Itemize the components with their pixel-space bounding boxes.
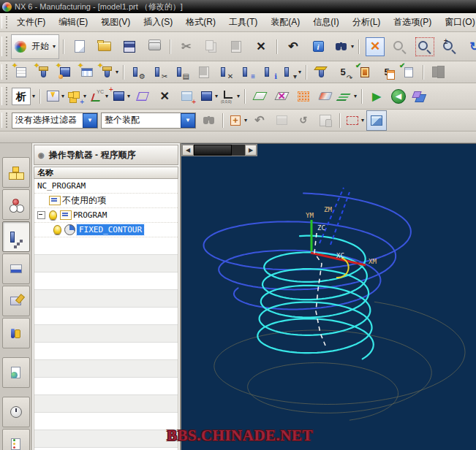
sheet-body-button[interactable] (315, 86, 336, 107)
postprocess-button[interactable]: 5↷ (333, 62, 353, 83)
menu-information[interactable]: 信息(I) (306, 14, 345, 31)
menu-preferences[interactable]: 首选项(P) (387, 14, 438, 31)
fit-view-button[interactable]: ✕ (363, 34, 387, 59)
new-file-button[interactable] (68, 34, 91, 59)
view-orient-button[interactable] (410, 86, 431, 107)
scroll-thumb[interactable] (194, 145, 232, 156)
print-button[interactable] (143, 34, 166, 59)
check-document-button[interactable]: ✔ (398, 62, 419, 83)
palettes-tab[interactable] (2, 429, 30, 450)
delete-geometry-button[interactable]: ✕ (154, 86, 175, 107)
navigator-column-header[interactable]: 名称 (34, 167, 178, 179)
menu-edit[interactable]: 编辑(E) (52, 14, 94, 31)
scroll-right-arrow[interactable]: ▶ (245, 145, 257, 156)
collapse-expander-icon[interactable] (37, 211, 45, 219)
paste-object-button[interactable] (194, 62, 214, 83)
object-display-button[interactable]: ▾▾ (282, 62, 302, 83)
chevron-down-icon[interactable]: ▼ (181, 113, 195, 128)
verify-toolpath-button[interactable]: ✔ (355, 62, 375, 83)
selection-scope-combo[interactable]: 整个装配 ▼ (101, 113, 196, 129)
menu-view[interactable]: 视图(V) (94, 14, 137, 31)
create-operation-button[interactable]: ✦▾ (99, 62, 119, 83)
back-button[interactable]: ◀ (388, 86, 409, 107)
shaded-option-button[interactable] (271, 110, 292, 131)
viewport-scrollbar[interactable]: ◀ ▶ (181, 144, 257, 156)
wireframe-box-button[interactable] (132, 86, 153, 107)
layer-settings-button[interactable]: ▾ (337, 86, 358, 107)
generate-toolpath-button[interactable] (311, 62, 331, 83)
find-component-button[interactable] (198, 110, 219, 131)
delete-button[interactable]: ✕ (249, 34, 273, 59)
navigator-title-bar[interactable]: ◉ 操作导航器 - 程序顺序 (34, 145, 178, 165)
create-tool-button[interactable]: ✦ (33, 62, 53, 83)
graphics-viewport[interactable]: ZMYMZCXCXM ◀ ▶ (181, 143, 476, 450)
zoom-box-button[interactable] (413, 34, 437, 59)
find-button[interactable]: ▾ (331, 34, 355, 59)
cut-object-button[interactable]: ✂ (150, 62, 170, 83)
start-menu-button[interactable]: 开始 ▾ (11, 34, 59, 59)
zoom-disabled-button[interactable] (388, 34, 412, 59)
plane-section-button[interactable]: ✕ (271, 86, 292, 107)
menu-window[interactable]: 窗口(O) (438, 14, 476, 31)
menu-insert[interactable]: 插入(S) (137, 14, 179, 31)
blank-blocks-button[interactable]: +▾ (67, 86, 87, 107)
create-program-button[interactable]: ✦ (11, 62, 31, 83)
zoom-in-out-button[interactable]: ± (438, 34, 461, 59)
operation-navigator-tab[interactable] (2, 221, 30, 252)
translucent-box-button[interactable]: + (176, 86, 197, 107)
drag-option-button[interactable] (315, 110, 336, 131)
tree-row-unused-items[interactable]: 不使用的项 (34, 194, 178, 208)
snap-point-button[interactable]: +▾ (227, 110, 248, 131)
reuse-library-tab[interactable] (2, 286, 30, 316)
menu-assemblies[interactable]: 装配(A) (264, 14, 306, 31)
copy-object-button[interactable]: ▤ (172, 62, 192, 83)
analysis-menu-button[interactable]: 析▾ (11, 86, 36, 107)
info-window-button[interactable] (306, 34, 330, 59)
pin-icon[interactable]: ◉ (38, 151, 45, 159)
tree-row-nc-program[interactable]: NC_PROGRAM (34, 179, 178, 194)
scroll-left-arrow[interactable]: ◀ (182, 145, 194, 156)
object-list-button[interactable]: ≡ (238, 62, 258, 83)
display-box-button[interactable]: ▾ (198, 86, 219, 107)
orbit-option-button[interactable]: ↺ (293, 110, 314, 131)
menu-analysis[interactable]: 分析(L) (346, 14, 388, 31)
forward-button[interactable]: ▶ (366, 86, 387, 107)
history-tab[interactable] (2, 397, 30, 427)
undo-button[interactable]: ↶ (282, 34, 305, 59)
shaded-view-button[interactable] (366, 110, 387, 131)
undo-selection-button[interactable]: ↶ (249, 110, 270, 131)
lightbulb-icon[interactable] (53, 225, 61, 234)
delete-object-button[interactable]: ✕ (216, 62, 236, 83)
paste-button[interactable] (224, 34, 248, 59)
machine-tool-navigator-tab[interactable] (2, 253, 30, 284)
shop-documentation-button[interactable]: 5 (377, 62, 397, 83)
rectangle-select-button[interactable]: ▾ (344, 110, 365, 131)
tree-row-fixed-contour[interactable]: FIXED_CONTOUR (34, 223, 178, 237)
plane-button[interactable] (249, 86, 270, 107)
assembly-navigator-tab[interactable] (2, 157, 30, 188)
constraint-navigator-tab[interactable] (2, 189, 30, 220)
grid-button[interactable] (293, 86, 314, 107)
mcs-csys-button[interactable]: ▾ (88, 86, 109, 107)
chevron-down-icon[interactable]: ▼ (83, 113, 97, 128)
menu-tools[interactable]: 工具(T) (222, 14, 264, 31)
edit-object-button[interactable]: ⚙ (128, 62, 148, 83)
roles-tab[interactable] (2, 357, 30, 388)
copy-button[interactable] (200, 34, 223, 59)
create-geometry-button[interactable]: ✦ (55, 62, 75, 83)
menu-file[interactable]: 文件(F) (10, 14, 52, 31)
hd3d-tools-tab[interactable] (2, 318, 30, 348)
save-button[interactable] (118, 34, 141, 59)
lightbulb-icon[interactable] (49, 210, 57, 220)
menu-format[interactable]: 格式(R) (179, 14, 222, 31)
rotate-view-button[interactable]: ↻ (463, 34, 476, 59)
create-method-button[interactable]: ✦ (77, 62, 97, 83)
tool-display-button[interactable]: ▾ (45, 86, 65, 107)
scroll-track[interactable] (232, 145, 245, 156)
selection-filter-combo[interactable]: 没有选择过滤器 ▼ (12, 113, 98, 129)
tree-row-program[interactable]: PROGRAM (34, 208, 178, 223)
object-info-button[interactable]: ℹ (260, 62, 280, 83)
open-button[interactable] (93, 34, 116, 59)
cut-button[interactable]: ✂ (175, 34, 198, 59)
manuals-button[interactable] (428, 62, 448, 83)
